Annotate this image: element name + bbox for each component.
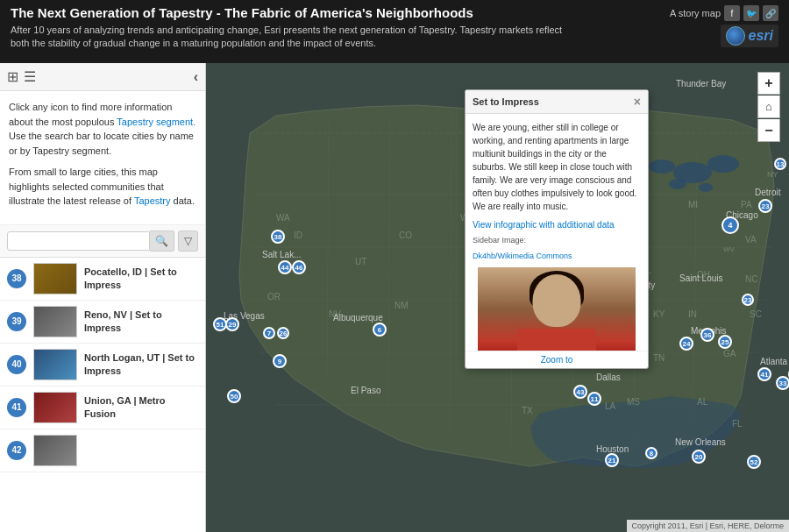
portrait-body — [517, 329, 596, 351]
popup-close-button[interactable]: × — [634, 96, 641, 108]
city-info: North Logan, UT | Set to Impress — [84, 351, 198, 377]
filter-button[interactable]: ▽ — [178, 231, 198, 252]
svg-text:OR: OR — [267, 292, 281, 301]
intro-paragraph-1: Click any icon to find more information … — [9, 100, 196, 158]
svg-point-16 — [649, 160, 675, 174]
city-thumbnail — [33, 392, 77, 423]
city-thumbnail — [33, 306, 77, 337]
popup-portrait — [478, 267, 636, 351]
city-number: 39 — [7, 312, 26, 331]
city-thumbnail — [33, 435, 77, 466]
grid-icon[interactable]: ⊞ — [7, 68, 18, 85]
tapestry-link-2[interactable]: Tapestry — [134, 195, 171, 206]
home-button[interactable]: ⌂ — [757, 96, 780, 118]
list-item[interactable]: 42 — [0, 429, 205, 472]
popup-text: We are young, either still in college or… — [473, 121, 641, 213]
main-layout: ⊞ ☰ ‹ Click any icon to find more inform… — [0, 63, 789, 532]
list-item[interactable]: 38Pocatello, ID | Set to Impress — [0, 258, 205, 301]
marker-saltlake-46[interactable]: 46 — [299, 267, 313, 281]
marker-chicago[interactable]: 4 — [730, 225, 748, 243]
city-info: Reno, NV | Set to Impress — [84, 309, 198, 334]
map-area[interactable]: ID UT NV OR WA CO NM WY SD MN IA MO KS O… — [206, 63, 789, 532]
header-description: After 10 years of analyzing trends and a… — [11, 24, 572, 51]
marker-ms-south[interactable]: 8 — [651, 453, 664, 465]
marker-new-orleans-20[interactable]: 20 — [699, 457, 713, 471]
esri-logo: esri — [721, 25, 778, 47]
story-map-label: A story map f 🐦 🔗 — [670, 5, 778, 21]
marker-detroit[interactable]: 23 — [765, 206, 779, 220]
city-name: Union, GA | Metro Fusion — [84, 394, 198, 420]
svg-text:NM: NM — [394, 301, 409, 310]
page-title: The Next Generation of Tapestry - The Fa… — [11, 5, 670, 20]
svg-text:UT: UT — [355, 257, 366, 266]
marker-houston-21[interactable]: 21 — [612, 460, 626, 474]
twitter-icon[interactable]: 🐦 — [743, 5, 759, 21]
marker-memphis-24[interactable]: 24 — [686, 344, 700, 358]
toolbar-icons: ⊞ ☰ — [7, 68, 36, 85]
svg-text:MS: MS — [627, 397, 640, 407]
city-name: North Logan, UT | Set to Impress — [84, 351, 198, 377]
portrait-head — [533, 274, 581, 327]
popup-header: Set to Impress × — [466, 90, 648, 114]
popup-wikimedia-link[interactable]: Dk4hb/Wikimedia Commons — [473, 251, 641, 263]
svg-text:WA: WA — [276, 213, 290, 223]
city-info: Union, GA | Metro Fusion — [84, 394, 198, 420]
svg-text:NY: NY — [767, 170, 778, 179]
svg-text:NV: NV — [329, 309, 341, 319]
svg-point-14 — [707, 155, 739, 173]
marker-dallas-11[interactable]: 11 — [594, 399, 608, 413]
popup-image-credit: Sidebar Image: Dk4hb/Wikimedia Commons — [473, 235, 641, 262]
search-bar: 🔍 ▽ — [0, 225, 205, 258]
svg-text:CO: CO — [399, 231, 412, 240]
svg-text:AL: AL — [697, 397, 708, 407]
city-number: 42 — [7, 441, 26, 460]
marker-ca[interactable]: 50 — [234, 396, 248, 410]
city-number: 41 — [7, 398, 26, 417]
svg-text:KY: KY — [653, 309, 665, 319]
popup-infographic-link[interactable]: View infographic with additional data — [473, 218, 641, 231]
svg-text:OH: OH — [697, 270, 710, 280]
list-icon[interactable]: ☰ — [24, 68, 36, 85]
list-item[interactable]: 41Union, GA | Metro Fusion — [0, 387, 205, 429]
marker-abq-6[interactable]: 6 — [380, 330, 394, 344]
svg-text:ID: ID — [294, 231, 302, 240]
city-number: 40 — [7, 355, 26, 374]
svg-point-17 — [669, 179, 686, 189]
marker-memphis-25[interactable]: 25 — [725, 342, 739, 356]
city-number: 38 — [7, 269, 26, 288]
svg-text:IN: IN — [688, 309, 697, 319]
copyright-notice: Copyright 2011, Esri | Esri, HERE, Delor… — [627, 520, 789, 532]
portrait-figure — [478, 267, 636, 351]
app-header: The Next Generation of Tapestry - The Fa… — [0, 0, 789, 63]
marker-nm[interactable]: 9 — [280, 361, 294, 375]
popup-zoom-link[interactable]: Zoom to — [466, 351, 648, 368]
popup: Set to Impress × We are young, either st… — [465, 89, 649, 369]
city-thumbnail — [33, 263, 77, 294]
list-item[interactable]: 39Reno, NV | Set to Impress — [0, 301, 205, 344]
marker-tn[interactable]: 23 — [748, 300, 760, 312]
marker-ne-13[interactable]: 13 — [780, 164, 789, 176]
sidebar-intro: Click any icon to find more information … — [0, 91, 205, 225]
zoom-out-button[interactable]: − — [757, 119, 780, 142]
marker-7[interactable]: 7 — [269, 333, 281, 345]
collapse-button[interactable]: ‹ — [194, 69, 198, 85]
svg-text:WV: WV — [723, 245, 736, 253]
esri-globe-icon — [726, 26, 745, 46]
facebook-icon[interactable]: f — [724, 5, 740, 21]
marker-atlanta-33[interactable]: 33 — [783, 383, 789, 397]
svg-text:TN: TN — [653, 353, 665, 363]
marker-52[interactable]: 52 — [754, 462, 768, 476]
header-left: The Next Generation of Tapestry - The Fa… — [11, 5, 670, 51]
svg-text:TX: TX — [522, 406, 533, 415]
tapestry-link-1[interactable]: Tapestry segment. — [117, 117, 195, 127]
svg-text:NC: NC — [745, 274, 757, 284]
marker-26[interactable]: 26 — [283, 333, 295, 345]
search-button[interactable]: 🔍 — [150, 231, 174, 252]
link-icon[interactable]: 🔗 — [763, 5, 778, 21]
marker-lv-29[interactable]: 29 — [232, 324, 246, 338]
search-input[interactable] — [7, 231, 150, 251]
marker-pocatello-38[interactable]: 38 — [278, 237, 292, 251]
svg-text:PA: PA — [741, 200, 752, 209]
list-item[interactable]: 40North Logan, UT | Set to Impress — [0, 344, 205, 387]
zoom-in-button[interactable]: + — [757, 72, 780, 95]
